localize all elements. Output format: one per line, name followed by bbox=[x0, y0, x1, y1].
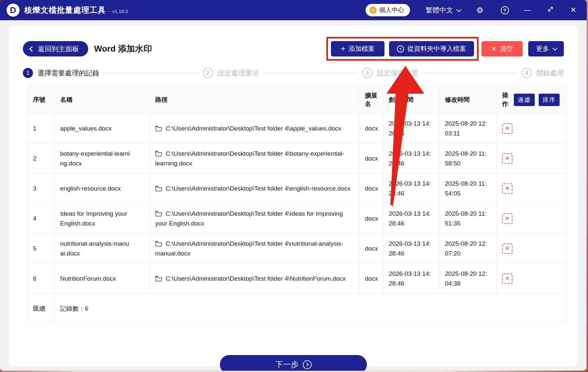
delete-row-button[interactable]: ✕ bbox=[502, 273, 513, 284]
step-number: 2 bbox=[203, 68, 213, 78]
step-connector bbox=[104, 73, 198, 73]
cell-file-path: C:\Users\Administrator\Desktop\Test fold… bbox=[155, 275, 346, 282]
wizard-steps: 1 選擇需要處理的記錄 2 設定處理選項 3 設定保存位置 4 開始處理 bbox=[23, 68, 564, 78]
cell-ext: docx bbox=[360, 234, 384, 264]
col-header-modified: 修改時間 bbox=[440, 86, 497, 114]
user-center-button[interactable]: V 個人中心 bbox=[366, 4, 410, 16]
file-table: 序號 名稱 路徑 擴展名 創建時間 修改時間 操作 過濾 排序 bbox=[27, 86, 567, 324]
delete-x-icon: ✕ bbox=[505, 245, 510, 252]
next-step-button[interactable]: 下一步 bbox=[220, 355, 367, 371]
cell-file-path: C:\Users\Administrator\Desktop\Test fold… bbox=[155, 150, 344, 166]
clear-x-icon: ✕ bbox=[491, 45, 497, 53]
app-title: 核爍文檔批量處理工具 bbox=[24, 5, 106, 15]
folder-icon bbox=[155, 126, 162, 132]
arrow-right-circle-icon bbox=[303, 360, 312, 369]
more-button[interactable]: 更多 bbox=[528, 41, 564, 56]
step-label: 開始處理 bbox=[536, 69, 564, 78]
plus-icon: + bbox=[341, 44, 345, 53]
close-button[interactable]: ✕ bbox=[568, 6, 578, 14]
resize-button[interactable] bbox=[546, 6, 555, 15]
app-logo-icon: D bbox=[7, 4, 20, 17]
col-header-index: 序號 bbox=[28, 86, 55, 114]
table-row: 2 botany-experiential-learning.docx C:\U… bbox=[28, 144, 567, 174]
cell-index: 2 bbox=[28, 144, 55, 174]
delete-row-button[interactable]: ✕ bbox=[502, 183, 513, 194]
toolbar: 返回到主面板 Word 添加水印 + 添加檔案 + 從資料夾中導入檔案 ✕ 清空… bbox=[23, 26, 564, 61]
cell-modified: 2025-08-20 11:51:35 bbox=[445, 209, 489, 228]
titlebar: D 核爍文檔批量處理工具 - v1.18.0 V 個人中心 繁體中文 ⚙ ? —… bbox=[0, 0, 587, 20]
circle-plus-icon: + bbox=[397, 45, 404, 53]
clear-button[interactable]: ✕ 清空 bbox=[482, 41, 523, 56]
delete-row-button[interactable]: ✕ bbox=[502, 153, 513, 164]
cell-ext: docx bbox=[360, 144, 384, 174]
folder-icon bbox=[155, 276, 162, 282]
col-header-path: 路徑 bbox=[150, 86, 360, 114]
col-header-ext: 擴展名 bbox=[360, 86, 384, 114]
cell-file-name: NutritionForum.docx bbox=[60, 274, 130, 283]
cell-created: 2026-03-13 14:28:46 bbox=[389, 179, 433, 198]
help-icon[interactable]: ? bbox=[500, 5, 510, 15]
chevron-down-icon bbox=[552, 46, 558, 51]
language-label: 繁體中文 bbox=[426, 6, 453, 15]
cell-modified: 2025-08-20 12:03:11 bbox=[445, 119, 489, 138]
step-connector bbox=[263, 73, 358, 73]
col-header-created: 創建時間 bbox=[384, 86, 440, 114]
cell-file-name: botany-experiential-learning.docx bbox=[60, 149, 130, 168]
summary-record-count: 記錄數：6 bbox=[55, 294, 567, 324]
summary-label: 匯總 bbox=[28, 294, 55, 324]
cell-ext: docx bbox=[360, 204, 384, 234]
sort-button[interactable]: 排序 bbox=[539, 94, 560, 106]
step-number: 1 bbox=[23, 68, 33, 78]
delete-x-icon: ✕ bbox=[505, 185, 510, 192]
step-label: 設定保存位置 bbox=[377, 69, 418, 78]
table-row: 5 nutritional-analysis-manual.docx C:\Us… bbox=[28, 234, 567, 264]
table-row: 6 NutritionForum.docx C:\Users\Administr… bbox=[28, 264, 567, 294]
chevron-down-icon bbox=[456, 7, 462, 12]
cell-created: 2026-03-13 14:28:46 bbox=[389, 269, 433, 288]
folder-icon bbox=[155, 241, 162, 247]
cell-modified: 2025-08-20 12:04:38 bbox=[445, 269, 489, 288]
cell-created: 2026-03-13 14:28:46 bbox=[389, 149, 433, 168]
vip-badge-icon: V bbox=[369, 7, 377, 14]
language-selector[interactable]: 繁體中文 bbox=[426, 6, 460, 15]
table-row: 3 english-resource.docx C:\Users\Adminis… bbox=[28, 174, 567, 204]
resize-icon bbox=[547, 6, 554, 13]
import-from-folder-label: 從資料夾中導入檔案 bbox=[407, 44, 466, 53]
cell-ext: docx bbox=[360, 264, 384, 294]
cell-file-path: C:\Users\Administrator\Desktop\Test fold… bbox=[155, 185, 351, 192]
delete-x-icon: ✕ bbox=[505, 125, 510, 132]
main-card: 返回到主面板 Word 添加水印 + 添加檔案 + 從資料夾中導入檔案 ✕ 清空… bbox=[8, 25, 579, 366]
app-version: - v1.18.0 bbox=[109, 8, 128, 14]
cell-index: 3 bbox=[28, 174, 55, 204]
settings-gear-icon[interactable]: ⚙ bbox=[475, 5, 485, 15]
folder-icon bbox=[155, 186, 162, 192]
next-step-label: 下一步 bbox=[275, 359, 299, 370]
actions-label: 操作 bbox=[502, 91, 510, 108]
cell-index: 6 bbox=[28, 264, 55, 294]
step-number: 4 bbox=[522, 68, 532, 78]
folder-icon bbox=[155, 211, 162, 217]
table-header-row: 序號 名稱 路徑 擴展名 創建時間 修改時間 操作 過濾 排序 bbox=[28, 86, 567, 114]
cell-created: 2026-03-13 14:28:46 bbox=[389, 239, 433, 258]
delete-row-button[interactable]: ✕ bbox=[502, 213, 513, 224]
back-to-dashboard-button[interactable]: 返回到主面板 bbox=[23, 41, 88, 56]
cell-file-path: C:\Users\Administrator\Desktop\Test fold… bbox=[155, 210, 343, 226]
minimize-button[interactable]: — bbox=[523, 6, 532, 14]
cell-modified: 2025-08-20 11:54:05 bbox=[445, 179, 489, 198]
filter-button[interactable]: 過濾 bbox=[514, 94, 535, 106]
cell-file-name: apple_values.docx bbox=[60, 124, 130, 133]
chevron-left-icon bbox=[29, 46, 35, 52]
col-header-actions: 操作 過濾 排序 bbox=[497, 86, 567, 114]
delete-row-button[interactable]: ✕ bbox=[502, 123, 513, 134]
import-from-folder-button[interactable]: + 從資料夾中導入檔案 bbox=[389, 41, 474, 56]
table-row: 1 apple_values.docx C:\Users\Administrat… bbox=[28, 114, 567, 144]
delete-row-button[interactable]: ✕ bbox=[502, 243, 513, 254]
card-footer: 下一步 bbox=[23, 355, 564, 371]
step-label: 設定處理選項 bbox=[218, 69, 259, 78]
cell-index: 5 bbox=[28, 234, 55, 264]
folder-icon bbox=[155, 151, 162, 157]
col-header-name: 名稱 bbox=[55, 86, 150, 114]
step-connector bbox=[423, 73, 517, 73]
add-files-button[interactable]: + 添加檔案 bbox=[331, 41, 384, 56]
cell-file-name: nutritional-analysis-manual.docx bbox=[60, 239, 130, 258]
